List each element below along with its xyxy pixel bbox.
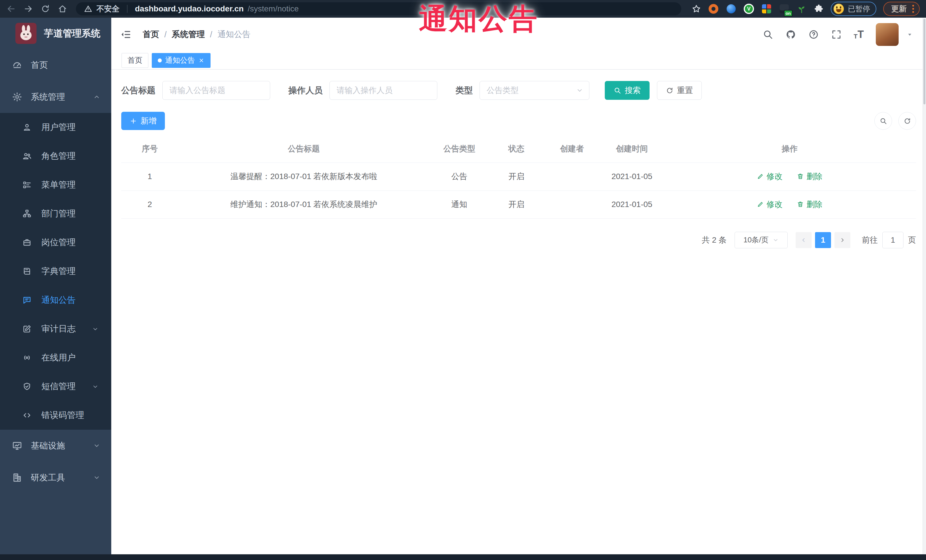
sidebar-item-roles[interactable]: 角色管理 — [0, 142, 111, 171]
sidebar-item-depts[interactable]: 部门管理 — [0, 199, 111, 228]
sidebar-item-users[interactable]: 用户管理 — [0, 113, 111, 142]
notice-chat-icon — [22, 295, 32, 305]
errcode-code-icon — [22, 411, 32, 420]
sidebar-item-audit-log[interactable]: 审计日志 — [0, 314, 111, 343]
sidebar-item-label: 基础设施 — [31, 440, 65, 452]
pagination: 共 2 条 10条/页 1 前往 页 — [121, 232, 916, 248]
url-path: /system/notice — [248, 4, 299, 14]
current-page-button[interactable]: 1 — [815, 232, 831, 248]
sidebar-item-online-users[interactable]: 在线用户 — [0, 343, 111, 372]
cell-creator — [543, 163, 601, 190]
pagination-total: 共 2 条 — [702, 235, 726, 246]
chevron-down-icon — [92, 326, 99, 332]
sidebar-item-error-codes[interactable]: 错误码管理 — [0, 401, 111, 430]
filter-operator-group: 操作人员 — [288, 81, 437, 100]
page-scrollbar[interactable] — [923, 18, 926, 554]
user-avatar[interactable] — [876, 23, 899, 46]
sidebar-item-menus[interactable]: 菜单管理 — [0, 171, 111, 199]
browser-update-button[interactable]: 更新 — [883, 2, 920, 16]
notice-type-select[interactable]: 公告类型 — [480, 81, 589, 100]
delete-link[interactable]: 删除 — [797, 199, 822, 210]
caret-down-icon[interactable] — [906, 31, 914, 38]
add-button[interactable]: 新增 — [121, 112, 165, 130]
bookmark-star-icon[interactable] — [691, 4, 701, 14]
notice-title-input[interactable] — [162, 81, 270, 100]
sidebar-item-devtools[interactable]: 研发工具 — [0, 462, 111, 494]
tab-home[interactable]: 首页 — [121, 53, 148, 68]
sidebar-item-posts[interactable]: 岗位管理 — [0, 228, 111, 257]
add-button-label: 新增 — [141, 115, 157, 126]
home-icon[interactable] — [57, 4, 67, 14]
sub-item-label: 通知公告 — [41, 294, 76, 306]
sub-item-label: 角色管理 — [41, 150, 76, 162]
breadcrumb-home[interactable]: 首页 — [143, 29, 159, 40]
search-icon — [879, 117, 887, 125]
security-warning-icon[interactable] — [84, 5, 92, 13]
search-icon — [614, 87, 621, 94]
extension-dark-icon[interactable]: on — [779, 3, 790, 14]
github-icon[interactable] — [785, 29, 796, 40]
app-title: 芋道管理系统 — [44, 27, 100, 40]
extension-blue-icon[interactable] — [726, 3, 737, 14]
refresh-button[interactable] — [898, 112, 916, 130]
chevron-down-icon — [773, 237, 779, 243]
sub-item-label: 审计日志 — [41, 323, 76, 335]
toggle-search-button[interactable] — [875, 112, 892, 130]
delete-link[interactable]: 删除 — [797, 171, 822, 182]
sidebar: 芋道管理系统 首页 系统管理 用户管理 角色管理 菜单管理 — [0, 18, 111, 554]
sidebar-item-label: 研发工具 — [31, 472, 65, 484]
user-icon — [22, 122, 32, 132]
bottom-strip — [0, 554, 926, 560]
main-panel: 首页 / 系统管理 / 通知公告 TT 首页 通知公告 — [111, 18, 926, 554]
col-type: 公告类型 — [429, 135, 489, 163]
fullscreen-icon[interactable] — [831, 29, 842, 40]
filter-title-group: 公告标题 — [121, 81, 270, 100]
edit-link[interactable]: 修改 — [757, 199, 782, 210]
operator-input[interactable] — [330, 81, 437, 100]
table-row: 1 温馨提醒：2018-07-01 若依新版本发布啦 公告 开启 2021-01… — [121, 163, 916, 190]
sidebar-item-sms[interactable]: 短信管理 — [0, 372, 111, 401]
type-label: 类型 — [455, 85, 473, 97]
sidebar-item-dict[interactable]: 字典管理 — [0, 257, 111, 286]
extension-sprout-icon[interactable] — [796, 4, 807, 14]
chevron-down-icon — [576, 87, 583, 94]
browser-profile-chip[interactable]: 已暂停 — [831, 2, 876, 16]
cell-actions: 修改 删除 — [663, 163, 916, 190]
extension-grid-icon[interactable] — [761, 3, 772, 14]
tab-notice-active[interactable]: 通知公告 — [152, 53, 210, 68]
page-size-select[interactable]: 10条/页 — [735, 232, 788, 248]
reset-button[interactable]: 重置 — [657, 81, 702, 100]
sidebar-item-infrastructure[interactable]: 基础设施 — [0, 430, 111, 462]
search-icon[interactable] — [763, 29, 773, 40]
extension-green-check-icon[interactable]: V — [743, 3, 754, 14]
address-bar[interactable]: 不安全 dashboard.yudao.iocoder.cn/system/no… — [76, 2, 681, 15]
close-icon[interactable] — [198, 57, 204, 63]
extensions-puzzle-icon[interactable] — [814, 4, 824, 14]
scrollbar-thumb[interactable] — [923, 19, 925, 104]
back-icon[interactable] — [6, 4, 16, 14]
prev-page-button[interactable] — [796, 232, 812, 248]
next-page-button[interactable] — [834, 232, 850, 248]
profile-paused-label: 已暂停 — [848, 4, 870, 14]
edit-link[interactable]: 修改 — [757, 171, 782, 182]
goto-page-input[interactable] — [882, 232, 903, 248]
sidebar-item-notice[interactable]: 通知公告 — [0, 286, 111, 314]
browser-menu-icon[interactable] — [912, 5, 914, 13]
forward-icon[interactable] — [23, 4, 33, 14]
role-users-icon — [22, 151, 32, 161]
breadcrumb-system[interactable]: 系统管理 — [172, 29, 205, 40]
col-created: 创建时间 — [601, 135, 663, 163]
sidebar-logo[interactable]: 芋道管理系统 — [0, 18, 111, 49]
help-icon[interactable] — [808, 29, 819, 40]
hamburger-fold-icon[interactable] — [120, 29, 132, 41]
sidebar-item-system[interactable]: 系统管理 — [0, 81, 111, 113]
goto-label: 前往 — [862, 235, 878, 246]
search-button[interactable]: 搜索 — [605, 81, 649, 100]
extension-orange-icon[interactable] — [708, 3, 719, 14]
reset-button-label: 重置 — [677, 85, 693, 96]
font-size-icon[interactable]: TT — [854, 29, 864, 40]
operator-label: 操作人员 — [288, 85, 323, 97]
reload-icon[interactable] — [41, 4, 50, 14]
extension-on-badge: on — [784, 10, 793, 17]
sidebar-item-home[interactable]: 首页 — [0, 49, 111, 81]
